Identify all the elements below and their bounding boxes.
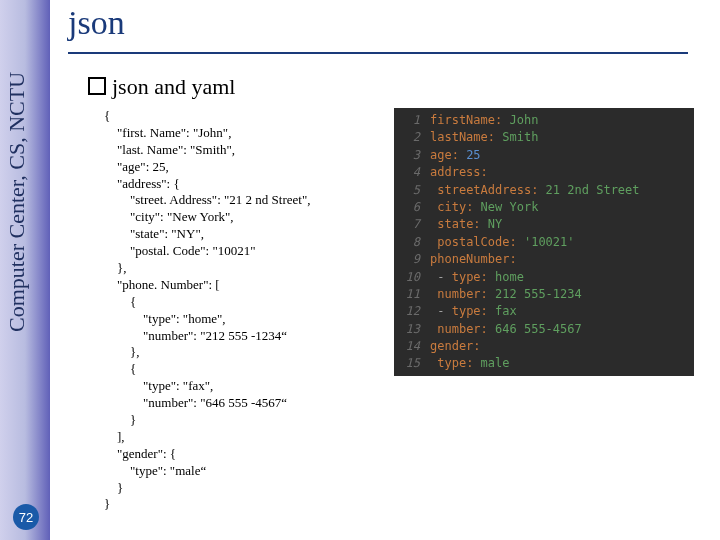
yaml-line: 12 - type: fax — [398, 303, 686, 320]
title-underline — [68, 52, 688, 54]
yaml-line: 1firstName: John — [398, 112, 686, 129]
yaml-code-block: 1firstName: John2lastName: Smith3age: 25… — [394, 108, 694, 376]
yaml-line: 10 - type: home — [398, 269, 686, 286]
bullet-item: json and yaml — [88, 74, 720, 100]
yaml-line: 5 streetAddress: 21 2nd Street — [398, 182, 686, 199]
sidebar-label: Computer Center, CS, NCTU — [4, 2, 30, 332]
yaml-line: 6 city: New York — [398, 199, 686, 216]
yaml-line: 15 type: male — [398, 355, 686, 372]
yaml-line: 9phoneNumber: — [398, 251, 686, 268]
slide-content: json json and yaml { "first. Name": "Joh… — [68, 0, 720, 513]
yaml-line: 13 number: 646 555-4567 — [398, 321, 686, 338]
page-number-badge: 72 — [13, 504, 39, 530]
bullet-text: json and yaml — [112, 74, 235, 99]
bullet-square-icon — [88, 77, 106, 95]
yaml-line: 4address: — [398, 164, 686, 181]
yaml-line: 7 state: NY — [398, 216, 686, 233]
json-code-block: { "first. Name": "John", "last. Name": "… — [104, 108, 394, 513]
two-column-container: { "first. Name": "John", "last. Name": "… — [104, 108, 720, 513]
slide-title: json — [68, 4, 720, 42]
sidebar: Computer Center, CS, NCTU 72 — [0, 0, 50, 540]
yaml-line: 3age: 25 — [398, 147, 686, 164]
yaml-line: 11 number: 212 555-1234 — [398, 286, 686, 303]
yaml-line: 8 postalCode: '10021' — [398, 234, 686, 251]
yaml-line: 2lastName: Smith — [398, 129, 686, 146]
yaml-line: 14gender: — [398, 338, 686, 355]
